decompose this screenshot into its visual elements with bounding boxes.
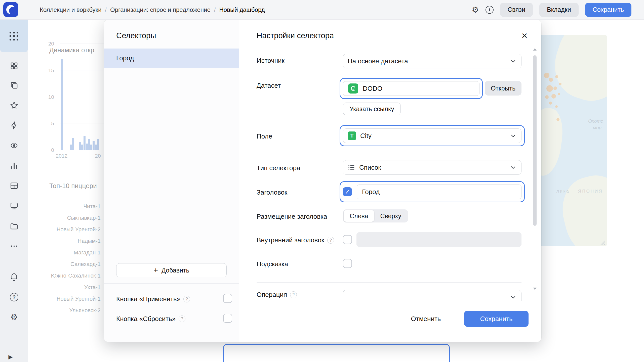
more-ellipsis-icon[interactable] bbox=[9, 241, 19, 251]
placement-label: Размещение заголовка bbox=[257, 213, 327, 220]
left-sidebar: ? ⚙ ▶ bbox=[0, 20, 28, 362]
check-icon: ✓ bbox=[345, 188, 350, 196]
field-label: Поле bbox=[257, 132, 272, 140]
dataset-field[interactable]: DODO bbox=[343, 81, 479, 96]
list-icon bbox=[348, 164, 355, 171]
new-selector-widget-outline[interactable] bbox=[223, 344, 450, 362]
dataset-focus-ring: DODO bbox=[340, 78, 483, 99]
inner-title-help-icon[interactable]: ? bbox=[327, 237, 334, 244]
header-info-icon[interactable]: i bbox=[486, 6, 494, 14]
sidebar-divider bbox=[0, 349, 28, 349]
panel-divider bbox=[104, 283, 239, 284]
breadcrumb-collections[interactable]: Коллекции и воркбуки bbox=[40, 6, 101, 13]
placement-option-top[interactable]: Сверху bbox=[374, 210, 407, 222]
plus-icon: + bbox=[153, 266, 158, 274]
reset-button-checkbox[interactable] bbox=[223, 314, 232, 323]
modal-scrollbar-thumb[interactable] bbox=[533, 55, 537, 226]
chevron-down-icon bbox=[510, 294, 517, 301]
add-selector-button[interactable]: + Добавить bbox=[116, 263, 227, 277]
title-checkbox-checked[interactable]: ✓ bbox=[343, 187, 352, 196]
operation-label: Операция ? bbox=[257, 291, 297, 299]
selector-type-label: Тип селектора bbox=[257, 164, 300, 172]
inner-title-input-disabled bbox=[356, 232, 521, 247]
selectors-panel-title: Селекторы bbox=[116, 31, 156, 40]
source-label: Источник bbox=[257, 57, 285, 65]
cancel-button[interactable]: Отменить bbox=[406, 311, 446, 327]
chevron-down-icon bbox=[510, 58, 517, 65]
header-save-button[interactable]: Сохранить bbox=[585, 3, 631, 17]
placement-segmented-control: Слева Сверху bbox=[343, 209, 408, 222]
specify-link-button[interactable]: Указать ссылку bbox=[343, 103, 401, 115]
apps-grid-icon[interactable] bbox=[10, 32, 18, 40]
selector-type-select[interactable]: Список bbox=[343, 160, 521, 175]
hint-label: Подсказка bbox=[257, 260, 288, 268]
reset-help-icon[interactable]: ? bbox=[179, 315, 185, 322]
logo-glyph-icon bbox=[6, 5, 15, 14]
title-label: Заголовок bbox=[257, 189, 287, 196]
tabs-button[interactable]: Вкладки bbox=[539, 3, 579, 17]
presentations-monitor-icon[interactable] bbox=[9, 201, 19, 211]
selector-list-item-gorod[interactable]: Город bbox=[104, 49, 239, 68]
field-select[interactable]: T City bbox=[343, 128, 521, 143]
tables-icon[interactable] bbox=[9, 181, 19, 191]
apply-button-option-label: Кнопка «Применить» ? bbox=[116, 295, 190, 303]
title-input-value: Город bbox=[362, 188, 380, 196]
quick-lightning-icon[interactable] bbox=[9, 120, 19, 130]
datalens-logo[interactable] bbox=[3, 2, 18, 17]
breadcrumb-workbook[interactable]: Организации: спрос и предложение bbox=[110, 6, 211, 13]
inner-title-checkbox[interactable] bbox=[343, 235, 352, 244]
settings-scroll-area: Источник На основе датасета Датасет DODO… bbox=[239, 51, 532, 301]
selector-settings-dialog: Селекторы Город + Добавить Кнопка «Приме… bbox=[104, 20, 541, 342]
apps-menu-area[interactable] bbox=[0, 20, 28, 52]
selector-item-label: Город bbox=[116, 54, 134, 62]
source-select[interactable]: На основе датасета bbox=[343, 54, 521, 68]
header-settings-gear-icon[interactable]: ⚙ bbox=[472, 6, 479, 14]
favorites-star-icon[interactable] bbox=[9, 100, 19, 110]
inner-title-label: Внутренний заголовок ? bbox=[257, 236, 334, 244]
dataset-name: DODO bbox=[363, 85, 382, 93]
settings-gear-icon[interactable]: ⚙ bbox=[9, 312, 19, 322]
field-value: City bbox=[360, 132, 506, 140]
charts-bar-icon[interactable] bbox=[9, 161, 19, 171]
workbooks-layers-icon[interactable] bbox=[9, 80, 19, 90]
field-focus-ring: T City bbox=[340, 125, 525, 146]
operation-select[interactable] bbox=[343, 290, 521, 301]
apply-button-checkbox[interactable] bbox=[223, 294, 232, 303]
close-icon[interactable]: ✕ bbox=[518, 30, 531, 42]
modal-save-button[interactable]: Сохранить bbox=[464, 311, 529, 327]
open-dataset-button[interactable]: Открыть bbox=[485, 81, 521, 96]
placement-option-left[interactable]: Слева bbox=[344, 210, 374, 222]
breadcrumb: Коллекции и воркбуки / Организации: спро… bbox=[40, 6, 265, 13]
title-focus-ring: ✓ Город bbox=[340, 181, 525, 202]
top-header: Коллекции и воркбуки / Организации: спро… bbox=[0, 0, 644, 20]
hint-checkbox[interactable] bbox=[343, 259, 352, 268]
collapse-play-icon[interactable]: ▶ bbox=[6, 352, 16, 362]
breadcrumb-current-dashboard: Новый дашборд bbox=[219, 6, 265, 13]
scroll-down-icon[interactable] bbox=[533, 288, 537, 290]
chevron-down-icon bbox=[510, 132, 517, 139]
selector-type-value: Список bbox=[359, 164, 506, 171]
chevron-down-icon bbox=[510, 164, 517, 171]
operation-help-icon[interactable]: ? bbox=[290, 291, 297, 298]
breadcrumb-separator: / bbox=[214, 6, 216, 13]
breadcrumb-separator: / bbox=[105, 6, 107, 13]
notifications-bell-icon[interactable] bbox=[9, 272, 19, 282]
dataset-db-icon bbox=[348, 83, 358, 94]
selectors-panel: Селекторы Город + Добавить Кнопка «Приме… bbox=[104, 20, 239, 342]
services-circles-icon[interactable] bbox=[9, 141, 19, 151]
add-selector-label: Добавить bbox=[162, 267, 189, 274]
apply-help-icon[interactable]: ? bbox=[183, 296, 190, 302]
settings-panel-title: Настройки селектора bbox=[257, 31, 334, 40]
dataset-label: Датасет bbox=[257, 82, 281, 89]
scroll-up-icon[interactable] bbox=[533, 48, 537, 51]
field-type-string-icon: T bbox=[348, 131, 356, 140]
title-input[interactable]: Город bbox=[357, 185, 521, 199]
settings-divider bbox=[257, 282, 521, 283]
help-question-icon[interactable]: ? bbox=[9, 292, 19, 302]
dashboards-grid-icon[interactable] bbox=[9, 61, 19, 71]
links-button[interactable]: Связи bbox=[500, 3, 533, 17]
files-folder-icon[interactable] bbox=[9, 221, 19, 231]
source-value: На основе датасета bbox=[348, 57, 510, 65]
reset-button-option-label: Кнопка «Сбросить» ? bbox=[116, 315, 185, 323]
